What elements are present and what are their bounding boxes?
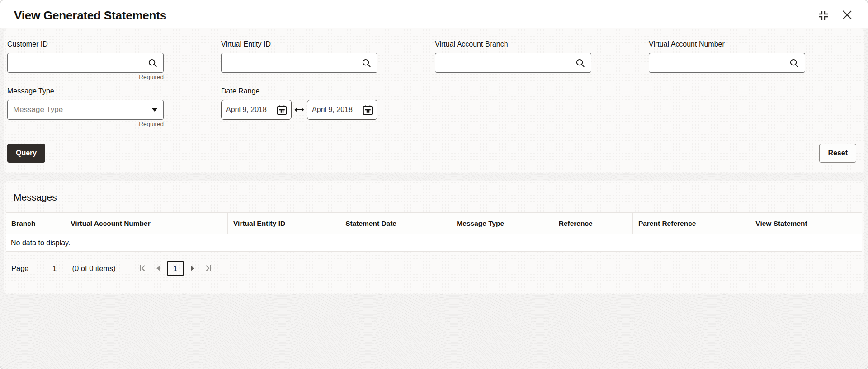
virtual-entity-id-field: Virtual Entity ID [221, 40, 377, 82]
last-page-icon[interactable] [200, 261, 216, 276]
pagination-separator [125, 260, 125, 277]
virtual-account-number-field: Virtual Account Number [649, 40, 805, 82]
message-type-select[interactable]: Message Type [7, 100, 164, 120]
page-number-input[interactable] [40, 264, 70, 273]
message-type-required-hint: Required [7, 121, 164, 129]
search-form-card: Customer ID Required Virtual Entity ID [4, 28, 864, 173]
customer-id-required-hint: Required [7, 74, 164, 82]
date-range-group: April 9, 2018 [221, 100, 591, 120]
chevron-down-icon[interactable] [151, 107, 158, 112]
customer-id-input[interactable] [13, 53, 147, 72]
column-header-virtual-account-number: Virtual Account Number [65, 213, 228, 234]
messages-card: Messages Branch Virtual Account Number V… [4, 181, 864, 294]
customer-id-label: Customer ID [7, 40, 164, 49]
table-empty-message: No data to display. [6, 234, 862, 252]
titlebar: View Generated Statements [0, 0, 868, 28]
virtual-entity-id-label: Virtual Entity ID [221, 40, 377, 49]
next-page-icon[interactable] [185, 261, 200, 276]
first-page-icon[interactable] [135, 261, 151, 276]
column-header-view-statement: View Statement [750, 213, 862, 234]
virtual-account-number-input[interactable] [655, 53, 789, 72]
virtual-account-branch-input-shell [435, 53, 591, 73]
date-to-input[interactable]: April 9, 2018 [307, 100, 377, 120]
virtual-account-branch-search-icon[interactable] [575, 58, 585, 68]
virtual-entity-id-input-shell [221, 53, 377, 73]
close-icon[interactable] [841, 9, 854, 22]
column-header-parent-reference: Parent Reference [632, 213, 750, 234]
virtual-account-branch-input[interactable] [441, 53, 575, 72]
message-type-placeholder: Message Type [13, 105, 151, 114]
current-page-button[interactable]: 1 [167, 261, 184, 276]
pagination-bar: Page (0 of 0 items) 1 [6, 252, 862, 285]
date-to-value: April 9, 2018 [312, 106, 353, 114]
page-label: Page [11, 264, 29, 273]
column-header-reference: Reference [553, 213, 632, 234]
previous-page-icon[interactable] [151, 261, 166, 276]
messages-table: Branch Virtual Account Number Virtual En… [6, 212, 862, 234]
customer-id-search-icon[interactable] [147, 58, 158, 68]
calendar-icon[interactable] [362, 104, 373, 116]
content-area: Customer ID Required Virtual Entity ID [0, 28, 868, 369]
reset-button[interactable]: Reset [819, 144, 856, 163]
virtual-entity-id-search-icon[interactable] [361, 58, 372, 68]
column-header-virtual-entity-id: Virtual Entity ID [228, 213, 340, 234]
calendar-icon[interactable] [276, 104, 288, 116]
column-header-message-type: Message Type [451, 213, 553, 234]
table-header-row: Branch Virtual Account Number Virtual En… [6, 213, 862, 234]
search-form-grid: Customer ID Required Virtual Entity ID [7, 40, 859, 129]
date-range-label: Date Range [221, 87, 591, 96]
query-button[interactable]: Query [7, 144, 45, 163]
items-count: (0 of 0 items) [72, 264, 116, 273]
date-range-arrow-icon [292, 107, 306, 113]
virtual-account-branch-field: Virtual Account Branch [435, 40, 591, 82]
customer-id-field: Customer ID Required [7, 40, 164, 82]
view-generated-statements-window: View Generated Statements Customer ID [0, 0, 868, 369]
restore-size-icon[interactable] [817, 9, 830, 22]
date-from-value: April 9, 2018 [226, 106, 267, 114]
virtual-account-number-input-shell [649, 53, 805, 73]
column-header-branch: Branch [6, 213, 65, 234]
message-type-label: Message Type [7, 87, 164, 96]
customer-id-input-shell [7, 53, 164, 73]
messages-section-title: Messages [14, 192, 862, 203]
page-title: View Generated Statements [14, 9, 166, 23]
message-type-field: Message Type Message Type Required [7, 87, 164, 129]
virtual-account-number-label: Virtual Account Number [649, 40, 805, 49]
virtual-account-number-search-icon[interactable] [789, 58, 799, 68]
form-actions-row: Query Reset [7, 144, 859, 163]
column-header-statement-date: Statement Date [340, 213, 451, 234]
date-range-field: Date Range April 9, 2018 [221, 87, 591, 129]
date-from-input[interactable]: April 9, 2018 [221, 100, 292, 120]
virtual-account-branch-label: Virtual Account Branch [435, 40, 591, 49]
virtual-entity-id-input[interactable] [227, 53, 361, 72]
